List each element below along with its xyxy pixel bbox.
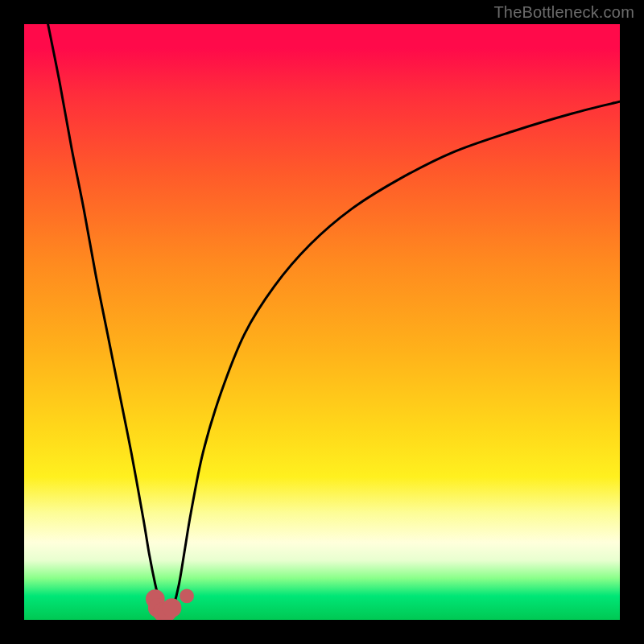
curve-bottleneck-curve-right: [170, 101, 620, 613]
marker-valley-mid-4: [163, 598, 182, 617]
chart-markers-group: [146, 589, 194, 620]
chart-frame: TheBottleneck.com: [0, 0, 644, 644]
chart-curves-group: [48, 24, 620, 614]
curve-bottleneck-curve-left: [48, 24, 164, 614]
chart-svg: [24, 24, 620, 620]
marker-valley-right: [180, 589, 194, 604]
chart-plot-area: [24, 24, 620, 620]
watermark-text: TheBottleneck.com: [493, 3, 634, 22]
